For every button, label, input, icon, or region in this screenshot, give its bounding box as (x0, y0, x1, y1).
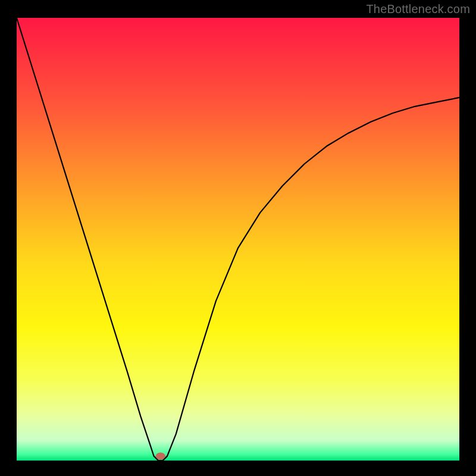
optimal-marker (156, 453, 165, 460)
chart-frame: TheBottleneck.com (0, 0, 476, 476)
watermark-text: TheBottleneck.com (366, 2, 470, 16)
chart-svg (0, 0, 476, 476)
plot-background (17, 18, 459, 461)
